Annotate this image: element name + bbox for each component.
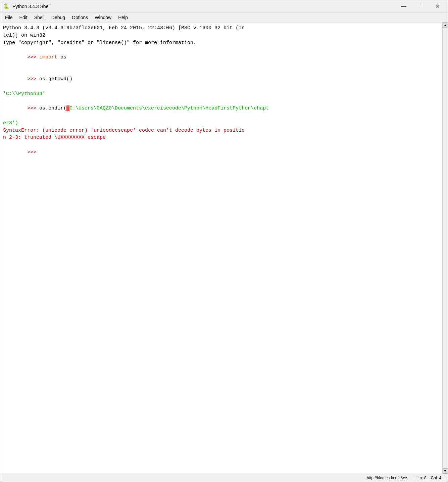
shell-output[interactable]: Python 3.4.3 (v3.4.3:9b73flc3e601, Feb 2… [0,23,448,474]
window-title: Python 3.4.3 Shell [12,4,396,9]
status-position: Ln: 8 Col: 4 [414,475,445,481]
status-url: http://blog.csdn.net/we [3,476,407,480]
menu-file[interactable]: File [2,13,16,21]
chdir-code-pre: os.chdir( [39,105,66,111]
menu-help[interactable]: Help [115,13,131,21]
menu-window[interactable]: Window [91,13,115,21]
import-module: os [57,54,66,60]
python-shell-window: 🐍 Python 3.4.3 Shell — □ ✕ File Edit She… [0,0,448,482]
menu-shell[interactable]: Shell [31,13,48,21]
syntax-error-line1: SyntaxError: (unicode error) 'unicodeesc… [3,127,440,134]
scroll-up-arrow[interactable]: ▲ [443,23,448,28]
prompt-3: >>> [27,105,39,111]
menu-edit[interactable]: Edit [16,13,31,21]
status-col: Col: 4 [430,476,443,480]
menu-options[interactable]: Options [68,13,91,21]
getcwd-result: 'C:\\Python34' [3,90,440,98]
minimize-button[interactable]: — [396,1,411,11]
shell-line-import: >>> import os [3,46,440,68]
shell-final-prompt: >>> [3,141,440,163]
keyword-import: import [39,54,57,60]
chdir-highlight: ' [66,105,69,111]
menu-bar: File Edit Shell Debug Options Window Hel… [0,12,448,23]
shell-line-chdir: >>> os.chdir('C:\Users\0AQZ0\Documents\e… [3,98,440,120]
shell-line-getcwd: >>> os.getcwd() [3,69,440,90]
shell-line-chdir-2: er3') [3,120,440,127]
banner-line1: Python 3.4.3 (v3.4.3:9b73flc3e601, Feb 2… [3,25,440,32]
scroll-down-arrow[interactable]: ▼ [443,468,448,474]
close-button[interactable]: ✕ [430,1,445,11]
chdir-path: C:\Users\0AQZ0\Documents\exercisecode\Py… [69,105,269,111]
prompt-2: >>> [27,76,39,82]
status-bar: http://blog.csdn.net/we Ln: 8 Col: 4 [0,474,448,482]
window-controls: — □ ✕ [396,1,445,11]
prompt-1: >>> [27,54,39,60]
scrollbar-right[interactable]: ▲ ▼ [442,23,448,474]
getcwd-code: os.getcwd() [39,76,72,82]
banner-line2: tel)] on win32 [3,32,440,39]
syntax-error-line2: n 2-3: truncated \UXXXXXXXX escape [3,134,440,141]
banner-line3: Type "copyright", "credits" or "license(… [3,39,440,47]
menu-debug[interactable]: Debug [48,13,68,21]
title-bar: 🐍 Python 3.4.3 Shell — □ ✕ [0,0,448,12]
maximize-button[interactable]: □ [413,1,428,11]
app-icon: 🐍 [3,3,10,10]
prompt-final: >>> [27,149,39,155]
status-ln: Ln: 8 [416,476,428,480]
